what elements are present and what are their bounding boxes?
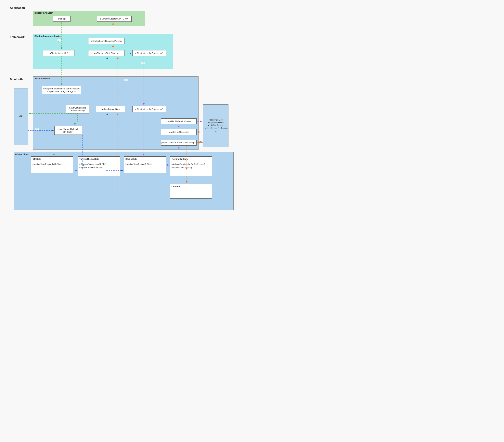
bt-manager-service-title: BluetoothManagerService xyxy=(35,35,61,37)
set-all-profile-node: setAllProfileServiceStates xyxy=(161,118,197,124)
edge-label-2: (2) xyxy=(36,128,39,130)
turning-ble-on-line2: transitionTo(mBleOnState) xyxy=(79,167,102,169)
ble-on-box: BleOnState transitionTo(mTurningOnState) xyxy=(124,156,166,173)
divider-2 xyxy=(0,73,252,73)
application-label: Application xyxy=(10,6,25,9)
update-adapter-state-node: updateAdapterState xyxy=(96,106,125,112)
services-list: HeadsetService A2dpService.class A2dpSin… xyxy=(203,119,229,132)
bluetooth-label: Bluetooth xyxy=(10,78,23,81)
send-message-node: mAdapterStateMachine.sendMessage( Adapte… xyxy=(42,86,81,94)
bluetooth-adapter-title: BluetoothAdapter xyxy=(35,12,53,14)
adapter-state-title: AdapterState xyxy=(15,153,29,155)
on-state-box: OnState xyxy=(170,184,212,199)
on-state-title: OnState xyxy=(170,184,212,188)
mbt-enable-node: mBluetooth.enable() xyxy=(43,50,74,56)
turning-ble-on-title: TurningBleOnState xyxy=(78,157,120,161)
turning-on-box: TurningOnState mAdapterService.startProf… xyxy=(170,156,212,176)
turning-on-line1: mAdapterService.startProfileServices( xyxy=(172,163,205,165)
on-bt-state-change-node: onBluetoothStateChange xyxy=(88,50,125,56)
process-profile-node: processProfileServiceStateChanged xyxy=(161,140,197,146)
off-state-box: OffState transitionTo(mTurningBleOnState… xyxy=(31,156,73,173)
adapter-service-title: AdapterService xyxy=(35,77,50,80)
diagram-canvas: Application Framework Bluetooth Bluetoot… xyxy=(0,0,252,221)
ble-on-line1: transitionTo(mTurningOnState) xyxy=(126,163,152,165)
register-profile-node: registerProfileService xyxy=(161,129,197,135)
jni-label: JNI xyxy=(14,115,28,117)
divider-1 xyxy=(0,30,252,30)
off-state-line1: transitionTo(mTurningBleOnState) xyxy=(33,163,62,165)
edge-label-1: (1) xyxy=(57,39,61,41)
turning-on-line2: transitionTo(mOnState) xyxy=(172,167,192,169)
ble-on-title: BleOnState xyxy=(124,157,166,161)
enable-node: enable() xyxy=(53,16,71,22)
start-gatt-node: Start Gatt service enableNative() xyxy=(66,105,89,113)
state-change-callback-node: stateChangeCallback (int status) xyxy=(54,126,82,135)
turning-ble-on-box: TurningBleOnState mAdapterService.bringU… xyxy=(78,156,120,176)
turning-ble-on-line1: mAdapterService.bringUpBle() xyxy=(79,163,106,165)
off-state-title: OffState xyxy=(31,157,73,161)
send-broadcast-node: mContext.sendBroadcastAsUser xyxy=(88,38,125,44)
state-on-node: BluetoothAdapter.STATE_ON xyxy=(97,16,132,22)
turning-on-title: TurningOnState xyxy=(170,157,212,161)
on-le-service-up-bt-node: mBluetooth.onLeServiceUp() xyxy=(132,106,166,112)
edge-label-4b: (4) xyxy=(199,141,202,143)
edge-label-4a: (4) xyxy=(125,79,128,81)
framework-label: Framework xyxy=(10,36,25,39)
edge-label-3: (3) xyxy=(142,62,144,64)
on-le-service-up-fw-node: mBluetooth.onLeServiceUp() xyxy=(132,50,166,56)
